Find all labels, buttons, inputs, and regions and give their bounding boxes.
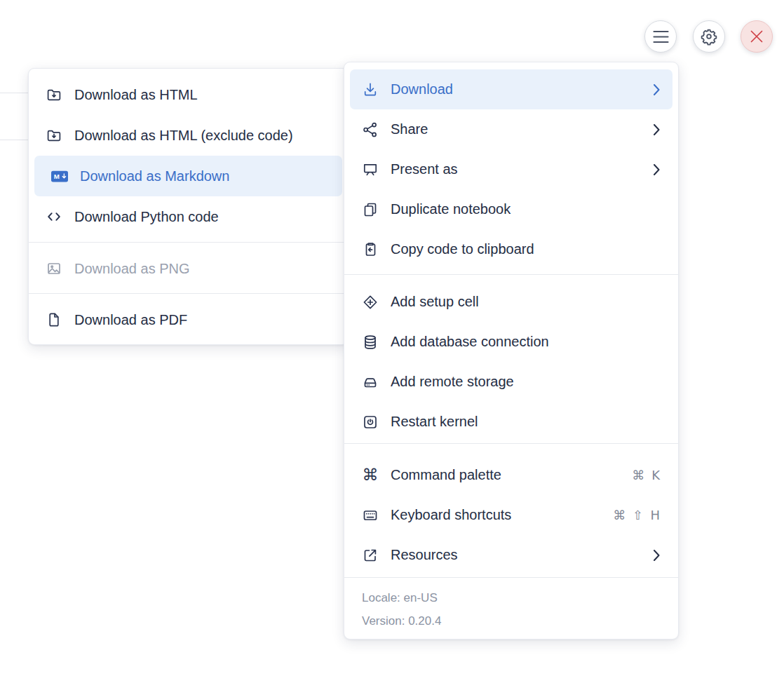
menu-section-help: ⌘ Command palette ⌘K Keyboard shortcuts … <box>344 444 678 577</box>
menu-item-copy-code-to-clipboard[interactable]: Copy code to clipboard <box>344 229 678 269</box>
menu-item-label: Download as Markdown <box>80 168 328 184</box>
version-text: Version: 0.20.4 <box>362 609 661 632</box>
restart-kernel-icon <box>362 414 379 431</box>
markdown-icon: M <box>51 168 68 184</box>
menu-item-share[interactable]: Share <box>344 109 678 149</box>
chevron-right-icon <box>654 550 660 561</box>
menu-item-download-as-html-exclude-code[interactable]: Download as HTML (exclude code) <box>29 115 348 156</box>
submenu-section-formats: Download as HTML Download as HTML (exclu… <box>29 69 348 242</box>
hamburger-menu-button[interactable] <box>644 20 677 53</box>
menu-item-download-python-code[interactable]: Download Python code <box>29 196 348 237</box>
menu-section-kernel: Add setup cell Add database connection <box>344 275 678 443</box>
menu-item-label: Download <box>391 81 645 97</box>
folder-download-icon <box>46 86 62 103</box>
menu-item-label: Download Python code <box>74 209 334 225</box>
menu-item-download-as-png: Download as PNG <box>29 248 348 289</box>
menu-item-download-as-pdf[interactable]: Download as PDF <box>29 299 348 340</box>
menu-item-label: Download as PDF <box>74 312 334 328</box>
menu-item-present-as[interactable]: Present as <box>344 149 678 189</box>
code-icon <box>46 208 62 225</box>
menu-item-label: Present as <box>391 161 645 177</box>
page-edge-line <box>0 93 29 93</box>
svg-text:M: M <box>54 172 60 180</box>
menu-item-label: Duplicate notebook <box>391 201 660 217</box>
close-x-icon <box>750 29 764 43</box>
add-setup-cell-icon <box>362 294 379 311</box>
folder-download-icon <box>46 127 62 144</box>
close-button[interactable] <box>741 20 773 53</box>
menu-item-label: Keyboard shortcuts <box>391 507 613 523</box>
download-icon <box>362 81 379 98</box>
menu-item-duplicate-notebook[interactable]: Duplicate notebook <box>344 189 678 229</box>
image-icon <box>46 260 62 277</box>
menu-item-label: Download as HTML (exclude code) <box>74 128 334 144</box>
menu-item-label: Share <box>391 121 645 137</box>
share-icon <box>362 121 379 138</box>
download-submenu-panel: Download as HTML Download as HTML (exclu… <box>28 68 349 345</box>
copy-clipboard-icon <box>362 241 379 258</box>
menu-item-label: Add setup cell <box>391 294 660 310</box>
chevron-right-icon <box>654 84 660 95</box>
command-icon: ⌘ <box>362 467 379 484</box>
menu-item-label: Restart kernel <box>391 414 660 430</box>
database-icon <box>362 334 379 351</box>
submenu-section-png: Download as PNG <box>29 243 348 293</box>
menu-item-restart-kernel[interactable]: Restart kernel <box>344 402 678 442</box>
locale-text: Locale: en-US <box>362 586 661 609</box>
menu-item-label: Download as PNG <box>74 261 334 277</box>
remote-storage-icon <box>362 374 379 391</box>
hamburger-icon <box>653 30 669 43</box>
menu-item-download-as-html[interactable]: Download as HTML <box>29 74 348 115</box>
page-edge-line <box>0 140 29 140</box>
chevron-right-icon <box>654 124 660 135</box>
menu-item-download-as-markdown[interactable]: M Download as Markdown <box>34 156 342 196</box>
menu-item-label: Command palette <box>391 467 632 483</box>
menu-item-keyboard-shortcuts[interactable]: Keyboard shortcuts ⌘⇧H <box>344 495 678 535</box>
menu-item-download[interactable]: Download <box>350 69 673 109</box>
gear-icon <box>700 27 718 46</box>
external-link-icon <box>362 547 379 564</box>
shortcut-hint: ⌘K <box>632 468 660 482</box>
duplicate-icon <box>362 201 379 218</box>
menu-footer: Locale: en-US Version: 0.20.4 <box>344 577 678 639</box>
keyboard-icon <box>362 507 379 524</box>
menu-item-label: Copy code to clipboard <box>391 241 660 257</box>
menu-item-label: Resources <box>391 547 645 563</box>
settings-button[interactable] <box>693 20 725 53</box>
shortcut-hint: ⌘⇧H <box>613 508 660 522</box>
submenu-section-pdf: Download as PDF <box>29 294 348 344</box>
menu-item-resources[interactable]: Resources <box>344 535 678 575</box>
notebook-menu-panel: Download Share <box>344 62 679 640</box>
menu-item-add-setup-cell[interactable]: Add setup cell <box>344 282 678 322</box>
menu-item-label: Download as HTML <box>74 87 334 103</box>
menu-item-add-database-connection[interactable]: Add database connection <box>344 322 678 362</box>
chevron-right-icon <box>654 164 660 175</box>
file-icon <box>46 311 62 328</box>
menu-section-export: Download Share <box>344 62 678 274</box>
menu-item-label: Add remote storage <box>391 374 660 390</box>
menu-item-command-palette[interactable]: ⌘ Command palette ⌘K <box>344 455 678 495</box>
present-icon <box>362 161 379 178</box>
menu-item-add-remote-storage[interactable]: Add remote storage <box>344 362 678 402</box>
menu-item-label: Add database connection <box>391 334 660 350</box>
